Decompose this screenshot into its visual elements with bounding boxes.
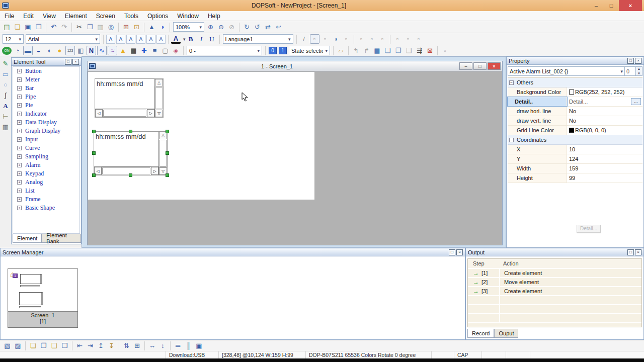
save-all-icon[interactable]: ❐	[34, 22, 43, 32]
list-element-icon[interactable]: ≡	[150, 46, 159, 55]
frame-element-icon[interactable]: ▢	[160, 46, 170, 55]
rotate-ccw-icon[interactable]: ↺	[253, 22, 262, 32]
screen-jump-icon[interactable]: ❑	[404, 46, 414, 55]
download-icon[interactable]: ⊠	[425, 46, 435, 55]
scroll-down-icon[interactable]: ▽	[155, 110, 163, 117]
element-tool-item-list[interactable]: +List	[13, 187, 79, 195]
align-top-icon[interactable]: A	[136, 35, 145, 44]
shadow-icon[interactable]: ▫	[342, 34, 351, 44]
find-icon[interactable]: ◎	[106, 22, 116, 32]
send-backward-icon[interactable]: ❒	[60, 341, 69, 350]
tab-output[interactable]: Ouput	[494, 329, 518, 338]
element-tool-item-indicator[interactable]: +Indicator	[13, 110, 79, 118]
rotate90-icon[interactable]: ▫	[378, 34, 387, 44]
screen-close-button[interactable]: ×	[488, 62, 501, 70]
vertical-scroll-track[interactable]	[155, 87, 163, 109]
font-size-select[interactable]: 12 ▾	[3, 34, 24, 44]
menu-view[interactable]: View	[38, 11, 60, 21]
copy-icon[interactable]: ❐	[85, 22, 95, 32]
indicator-element-icon[interactable]: ◧	[76, 46, 86, 55]
rotate-cw-icon[interactable]: ↻	[242, 22, 252, 32]
menu-edit[interactable]: Edit	[19, 11, 38, 21]
property-row-detail[interactable]: Detail.. Detail... ...	[508, 97, 642, 107]
numeric-input-element-icon[interactable]: N	[87, 46, 96, 55]
scale-tool-icon[interactable]: ⊢	[1, 112, 11, 121]
record-row-1[interactable]: →[1] Create element	[468, 269, 641, 278]
ellipse-tool-icon[interactable]: ○	[1, 80, 11, 89]
state-select[interactable]: State selectio ▾	[289, 46, 330, 55]
element-tool-item-alarm[interactable]: +Alarm	[13, 161, 79, 169]
same-height-icon[interactable]: ║	[184, 341, 193, 350]
transparent-icon[interactable]: ▫	[320, 34, 330, 44]
property-row-grid-line-color[interactable]: Grid Line Color RGB(0, 0, 0)	[508, 126, 642, 135]
panel-maximize-icon[interactable]: □	[627, 249, 634, 255]
selection-handle-nw[interactable]	[92, 130, 96, 133]
save-icon[interactable]: ▣	[23, 22, 33, 32]
expand-icon[interactable]: +	[17, 112, 22, 116]
polygon-tool-icon[interactable]: ∫	[1, 90, 11, 100]
compile-icon[interactable]: ⇶	[415, 46, 424, 55]
element-tool-item-sampling[interactable]: +Sampling	[13, 152, 79, 161]
next-screen-icon[interactable]: ❐	[393, 46, 403, 55]
panel-close-icon[interactable]: ×	[635, 58, 641, 64]
expand-icon[interactable]: +	[17, 129, 22, 133]
selection-handle-s[interactable]	[129, 173, 132, 177]
blink-icon[interactable]: ◑	[331, 34, 341, 44]
screen-window-titlebar[interactable]: 1 - Screen_1 – □ ×	[88, 61, 502, 71]
pencil-tool-icon[interactable]: ✎	[1, 59, 11, 68]
half-meter-element-icon[interactable]: ◖	[44, 46, 54, 55]
font-color-icon[interactable]: A	[171, 34, 181, 44]
spinner-up-icon[interactable]: ▲	[636, 67, 642, 71]
section-coordinates[interactable]: − Coordinates	[508, 135, 642, 145]
simulation-icon[interactable]: ◑	[157, 22, 167, 32]
selection-handle-e[interactable]	[166, 151, 169, 155]
align-left-elements-icon[interactable]: ⇤	[75, 341, 85, 350]
selection-handle-sw[interactable]	[92, 173, 96, 177]
xy-curve-element-icon[interactable]: ≈	[108, 46, 117, 55]
lock-icon[interactable]: ▫	[414, 34, 424, 44]
element-tool-item-data-display[interactable]: +Data Display	[13, 118, 79, 127]
menu-file[interactable]: File	[0, 11, 19, 21]
selection-handle-n[interactable]	[129, 130, 132, 133]
expand-icon[interactable]: +	[17, 171, 22, 176]
ungroup-elements-icon[interactable]: ▨	[13, 341, 23, 350]
overlap-elements-icon[interactable]: ▦	[372, 46, 382, 55]
text-tool-icon[interactable]: A	[1, 101, 11, 111]
record-row-3[interactable]: →[3] Create element	[468, 287, 641, 296]
meter-element-icon[interactable]: ◔	[13, 46, 22, 55]
open-screen-icon[interactable]: ⊡	[132, 22, 141, 32]
expand-icon[interactable]: +	[17, 154, 22, 159]
property-row-height[interactable]: Height 99	[508, 173, 642, 183]
table-tool-icon[interactable]: ▦	[1, 122, 11, 132]
underline-button[interactable]: U	[207, 34, 217, 44]
redo-icon[interactable]: ↷	[59, 22, 69, 32]
zoom-in-icon[interactable]: ⊕	[206, 22, 215, 32]
expand-icon[interactable]: +	[17, 103, 22, 108]
keypad-element-icon[interactable]: ▲	[118, 46, 128, 55]
expand-icon[interactable]: +	[17, 137, 22, 142]
expand-icon[interactable]: +	[17, 189, 22, 193]
menu-tools[interactable]: Tools	[120, 11, 143, 21]
align-bottom-icon[interactable]: A	[156, 35, 166, 44]
panel-close-icon[interactable]: ×	[72, 59, 79, 65]
active-alarm-list-element-2-selected[interactable]: hh:mm:ss mm/dd △ ▽ ◁ ▷	[94, 131, 168, 175]
italic-button[interactable]: I	[197, 34, 206, 44]
expand-icon[interactable]: +	[17, 197, 22, 202]
expand-icon[interactable]: +	[17, 180, 22, 185]
chevron-down-icon[interactable]: ▾	[183, 37, 186, 42]
screen-canvas[interactable]: hh:mm:ss mm/d △ ▽ ◁ ▷	[88, 72, 314, 200]
grid-snap-icon[interactable]: ▫	[440, 46, 450, 55]
element-tool-item-meter[interactable]: +Meter	[13, 75, 79, 84]
property-row-y[interactable]: Y 124	[508, 154, 642, 164]
maximize-button[interactable]: □	[604, 0, 619, 11]
collapse-icon[interactable]: −	[509, 80, 514, 85]
space-evenly-h-icon[interactable]: ↔	[147, 341, 157, 350]
same-width-icon[interactable]: ═	[173, 341, 183, 350]
element-tool-item-frame[interactable]: +Frame	[13, 195, 79, 204]
add-screen-icon[interactable]: ⊞	[121, 22, 131, 32]
button-element-icon[interactable]: ON	[2, 47, 12, 55]
element-tool-item-graph-display[interactable]: +Graph Display	[13, 127, 79, 135]
align-bottom-elements-icon[interactable]: ↧	[107, 341, 116, 350]
element-tool-item-input[interactable]: +Input	[13, 135, 79, 144]
h-flip-icon[interactable]: ▫	[357, 34, 366, 44]
